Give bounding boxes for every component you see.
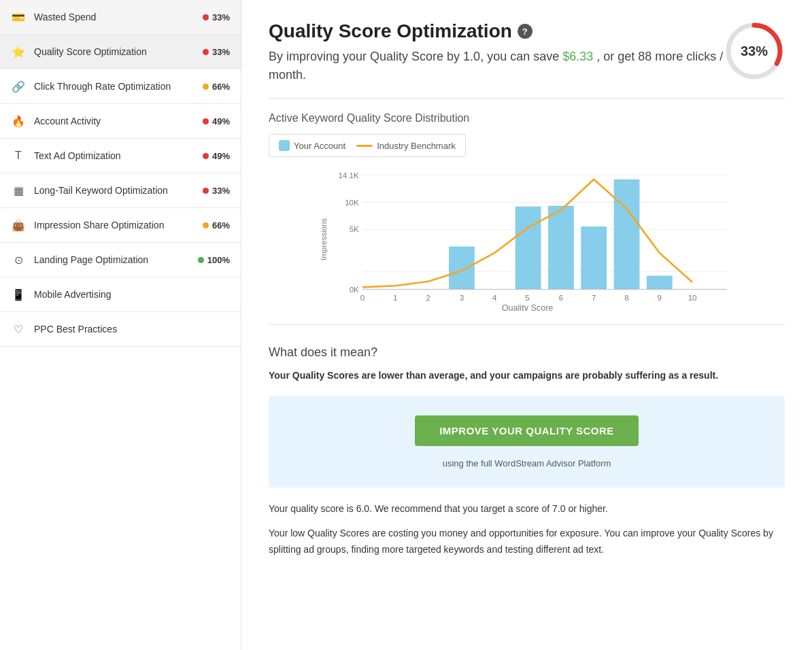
legend-label-account: Your Account [294,141,345,151]
impression-share-label: Impression Share Optimization [34,220,203,230]
x-axis-label: Quality Score [502,303,554,311]
subtitle: By improving your Quality Score by 1.0, … [269,48,724,84]
long-tail-badge: 33% [203,186,230,196]
svg-text:8: 8 [624,294,628,302]
text-ad-pct: 49% [212,151,230,161]
page-title: Quality Score Optimization ? [269,20,724,42]
cta-box: IMPROVE YOUR QUALITY SCORE using the ful… [269,396,785,488]
sidebar-item-wasted-spend[interactable]: 💳Wasted Spend33% [0,0,241,35]
account-activity-label: Account Activity [34,116,203,126]
wasted-spend-icon: 💳 [11,10,26,24]
svg-text:10K: 10K [345,199,359,207]
sidebar-item-landing-page[interactable]: ⊙Landing Page Optimization100% [0,243,241,277]
what-section: What does it mean? Your Quality Scores a… [269,345,785,558]
legend-your-account: Your Account [279,140,345,151]
bar-5 [515,207,541,290]
landing-page-label: Landing Page Optimization [34,254,198,265]
svg-text:4: 4 [492,294,497,302]
account-activity-badge: 49% [203,116,230,126]
account-activity-pct: 49% [212,116,230,126]
long-tail-pct: 33% [212,186,230,196]
sidebar-item-account-activity[interactable]: 🔥Account Activity49% [0,104,241,139]
sidebar-item-ppc-best-practices[interactable]: ♡PPC Best Practices [0,312,241,347]
landing-page-icon: ⊙ [11,252,26,267]
svg-text:6: 6 [559,294,563,302]
subtitle-savings: $6.33 [562,50,593,63]
sidebar-item-text-ad[interactable]: TText Ad Optimization49% [0,139,241,173]
quality-score-icon: ⭐ [11,44,26,59]
bottom-text-1: Your quality score is 6.0. We recommend … [269,501,785,517]
text-ad-label: Text Ad Optimization [34,150,203,161]
main-content: Quality Score Optimization ? By improvin… [241,0,812,650]
chart-legend: Your Account Industry Benchmark [269,134,466,157]
quality-score-pct: 33% [212,47,230,57]
long-tail-label: Long-Tail Keyword Optimization [34,185,203,196]
legend-label-industry: Industry Benchmark [377,141,456,151]
long-tail-icon: ▦ [11,183,26,198]
text-ad-icon: T [11,148,26,163]
landing-page-pct: 100% [207,255,230,265]
long-tail-dot [203,188,209,194]
wasted-spend-pct: 33% [212,12,230,22]
cta-sub: using the full WordStream Advisor Platfo… [282,458,771,468]
chart-section-title: Active Keyword Quality Score Distributio… [269,112,785,124]
svg-text:2: 2 [426,294,430,302]
svg-text:5: 5 [525,294,529,302]
landing-page-dot [198,257,204,263]
bar-3 [449,247,475,290]
ctr-dot [203,84,209,90]
legend-line-industry [356,145,373,147]
impression-share-dot [203,222,209,228]
svg-text:1: 1 [393,294,397,302]
progress-label: 33% [741,44,768,59]
svg-text:0K: 0K [350,286,359,294]
bottom-text-2: Your low Quality Scores are costing you … [269,526,785,558]
what-description: Your Quality Scores are lower than avera… [269,368,785,383]
ppc-best-practices-icon: ♡ [11,322,26,337]
what-title: What does it mean? [269,345,785,360]
info-icon[interactable]: ? [518,24,532,39]
ctr-icon: 🔗 [11,79,26,94]
page-title-area: Quality Score Optimization ? By improvin… [269,20,724,84]
account-activity-icon: 🔥 [11,114,26,129]
svg-text:10: 10 [688,294,697,302]
divider-2 [269,324,785,325]
ppc-best-practices-label: PPC Best Practices [34,324,230,335]
sidebar-item-mobile-advertising[interactable]: 📱Mobile Advertising [0,277,241,312]
chart-container: Impressions 14.1K 10K 5K 0K [269,168,785,311]
cta-button[interactable]: IMPROVE YOUR QUALITY SCORE [415,415,639,446]
svg-text:14.1K: 14.1K [339,171,359,179]
account-activity-dot [203,118,209,124]
bar-6 [548,206,574,290]
sidebar-item-ctr[interactable]: 🔗Click Through Rate Optimization66% [0,69,241,104]
svg-text:9: 9 [658,294,662,302]
impression-share-icon: 👜 [11,218,26,233]
circle-progress: 33% [724,20,785,82]
text-ad-dot [203,153,209,159]
title-text: Quality Score Optimization [269,20,512,42]
svg-text:7: 7 [592,294,596,302]
text-ad-badge: 49% [203,151,230,161]
ctr-badge: 66% [203,82,230,92]
sidebar-item-impression-share[interactable]: 👜Impression Share Optimization66% [0,208,241,243]
ctr-pct: 66% [212,82,230,92]
y-axis-label: Impressions [320,218,328,260]
sidebar-item-long-tail[interactable]: ▦Long-Tail Keyword Optimization33% [0,173,241,208]
svg-text:0: 0 [360,294,365,302]
impression-share-pct: 66% [212,220,230,230]
page-header: Quality Score Optimization ? By improvin… [269,20,785,84]
quality-score-badge: 33% [203,47,230,57]
wasted-spend-badge: 33% [203,12,230,22]
ctr-label: Click Through Rate Optimization [34,81,203,92]
legend-box-account [279,140,290,151]
divider-1 [269,98,785,99]
mobile-advertising-icon: 📱 [11,287,26,302]
impression-share-badge: 66% [203,220,230,230]
chart-svg: Impressions 14.1K 10K 5K 0K [269,168,785,311]
sidebar-item-quality-score[interactable]: ⭐Quality Score Optimization33% [0,35,241,69]
quality-score-dot [203,49,209,55]
bar-8 [614,179,640,290]
landing-page-badge: 100% [198,255,230,265]
legend-industry: Industry Benchmark [356,141,456,151]
wasted-spend-label: Wasted Spend [34,12,203,22]
